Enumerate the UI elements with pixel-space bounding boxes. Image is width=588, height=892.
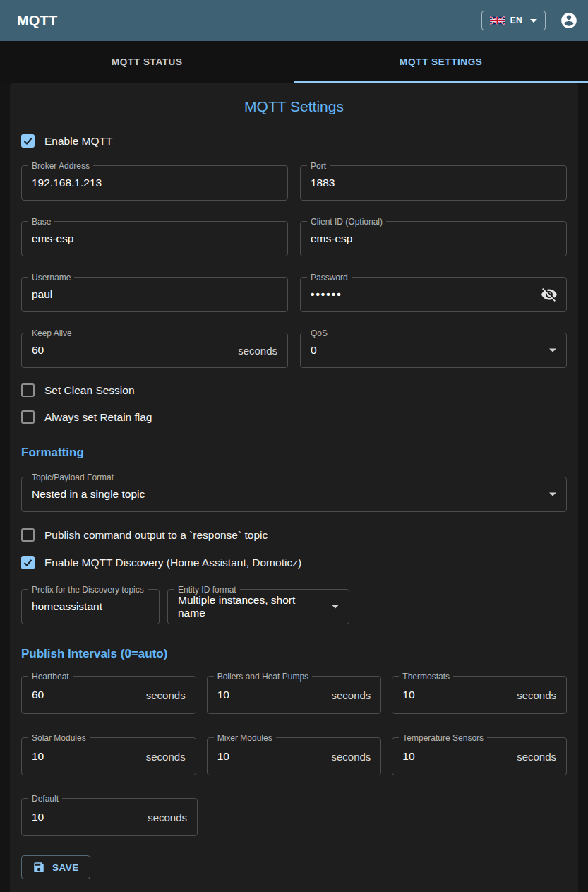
chevron-down-icon (530, 19, 537, 23)
boilers-field: Boilers and Heat Pumps seconds (207, 676, 382, 714)
entity-id-format-label: Entity ID format (174, 584, 240, 595)
boilers-label: Boilers and Heat Pumps (214, 671, 312, 682)
username-field: Username (21, 277, 288, 312)
solar-modules-field: Solar Modules seconds (21, 737, 196, 775)
entity-id-format-value: Multiple instances, short name (168, 594, 349, 619)
port-field: Port (300, 165, 567, 201)
dropdown-arrow-icon (549, 493, 556, 496)
clean-session-checkbox[interactable] (21, 383, 35, 397)
clean-session-label: Set Clean Session (44, 384, 135, 397)
username-label: Username (28, 272, 74, 283)
tab-mqtt-settings[interactable]: MQTT SETTINGS (294, 41, 588, 83)
thermostats-label: Thermostats (399, 671, 453, 682)
enable-mqtt-label: Enable MQTT (44, 135, 112, 148)
mixer-modules-label: Mixer Modules (214, 732, 276, 744)
page-title: MQTT Settings (244, 98, 344, 115)
broker-address-field: Broker Address (21, 165, 288, 201)
enable-mqtt-checkbox[interactable] (21, 134, 35, 148)
connection-fields-grid: Broker Address Port Base Client ID (Opti… (21, 165, 567, 368)
app-bar: MQTT EN (0, 0, 588, 41)
base-label: Base (28, 216, 54, 227)
publish-response-row[interactable]: Publish command output to a `response` t… (21, 528, 567, 542)
entity-id-format-select[interactable]: Entity ID format Multiple instances, sho… (167, 589, 349, 624)
qos-label: QoS (307, 328, 331, 339)
mixer-modules-field: Mixer Modules seconds (207, 737, 382, 775)
discovery-prefix-label: Prefix for the Discovery topics (28, 584, 148, 595)
solar-modules-label: Solar Modules (28, 732, 90, 744)
tab-bar: MQTT STATUS MQTT SETTINGS (0, 41, 588, 83)
qos-select[interactable]: QoS 0 (300, 333, 567, 368)
base-input[interactable] (22, 222, 287, 256)
topic-format-label: Topic/Payload Format (28, 472, 117, 483)
heartbeat-label: Heartbeat (28, 671, 73, 682)
mqtt-discovery-label: Enable MQTT Discovery (Home Assistant, D… (44, 557, 301, 569)
temperature-sensors-label: Temperature Sensors (399, 732, 487, 744)
tab-mqtt-status[interactable]: MQTT STATUS (0, 41, 294, 83)
temperature-sensors-field: Temperature Sensors seconds (392, 737, 567, 775)
tab-mqtt-status-label: MQTT STATUS (112, 57, 183, 67)
thermostats-field: Thermostats seconds (392, 676, 567, 714)
uk-flag-icon (490, 16, 505, 25)
topic-format-select[interactable]: Topic/Payload Format Nested in a single … (21, 477, 567, 512)
enable-mqtt-row[interactable]: Enable MQTT (21, 134, 567, 148)
retain-flag-row[interactable]: Always set Retain flag (21, 410, 567, 424)
port-input[interactable] (301, 166, 566, 200)
keep-alive-label: Keep Alive (28, 328, 76, 339)
dropdown-arrow-icon (332, 605, 339, 609)
save-button[interactable]: SAVE (21, 855, 90, 879)
default-interval-label: Default (28, 793, 62, 804)
topic-format-value: Nested in a single topic (22, 488, 155, 501)
publish-response-checkbox[interactable] (21, 528, 35, 542)
language-selector-button[interactable]: EN (481, 11, 546, 30)
discovery-fields-row: Prefix for the Discovery topics Entity I… (21, 589, 567, 624)
formatting-heading: Formatting (21, 446, 567, 460)
mqtt-discovery-row[interactable]: Enable MQTT Discovery (Home Assistant, D… (21, 556, 567, 569)
retain-flag-checkbox[interactable] (21, 410, 35, 424)
save-button-label: SAVE (52, 862, 79, 873)
page-title-row: MQTT Settings (21, 98, 567, 115)
discovery-prefix-field: Prefix for the Discovery topics (21, 589, 160, 624)
default-interval-field: Default seconds (21, 798, 198, 836)
tab-mqtt-settings-label: MQTT SETTINGS (400, 57, 482, 67)
dropdown-arrow-icon (549, 349, 556, 352)
mqtt-discovery-checkbox[interactable] (21, 556, 35, 569)
intervals-grid: Heartbeat seconds Boilers and Heat Pumps… (21, 676, 567, 775)
account-icon[interactable] (560, 11, 578, 30)
password-label: Password (307, 272, 352, 283)
visibility-off-icon[interactable] (541, 286, 558, 303)
clean-session-row[interactable]: Set Clean Session (21, 383, 567, 397)
client-id-field: Client ID (Optional) (300, 221, 567, 256)
password-field: Password (300, 277, 567, 312)
base-field: Base (21, 221, 288, 256)
qos-value: 0 (301, 344, 327, 357)
retain-flag-label: Always set Retain flag (44, 411, 152, 424)
title-divider-right (354, 107, 567, 107)
default-interval-row: Default seconds (21, 798, 198, 836)
active-tab-indicator (294, 81, 588, 83)
title-divider-left (21, 107, 234, 107)
publish-intervals-heading: Publish Intervals (0=auto) (21, 647, 567, 661)
app-title: MQTT (17, 13, 57, 29)
heartbeat-field: Heartbeat seconds (21, 676, 196, 714)
port-label: Port (307, 160, 330, 172)
save-icon (32, 861, 45, 874)
publish-response-label: Publish command output to a `response` t… (44, 529, 268, 542)
broker-address-label: Broker Address (28, 160, 93, 172)
language-label: EN (510, 16, 522, 25)
settings-card: MQTT Settings Enable MQTT Broker Address… (10, 83, 578, 892)
client-id-label: Client ID (Optional) (307, 216, 386, 227)
keep-alive-field: Keep Alive seconds (21, 333, 288, 368)
